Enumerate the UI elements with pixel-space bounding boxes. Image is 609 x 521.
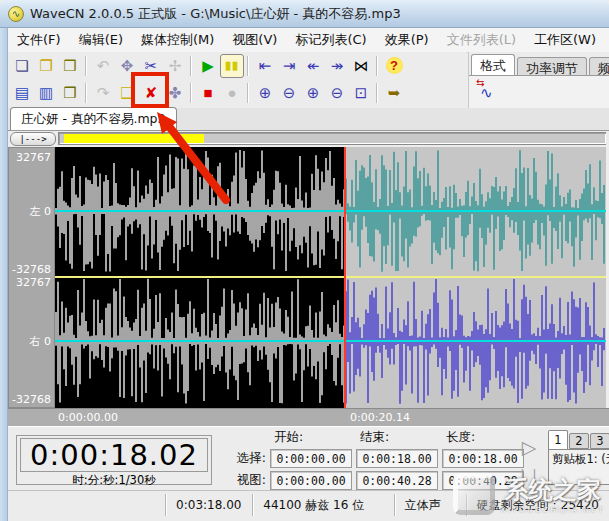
clipboard-tab-3[interactable]: 3 [590, 433, 609, 449]
toolbar: ❏❐❒↶✥✂✢▶▮▮⇤⇥↞↠⋈? ▤▥❒↷❑✘✤■●⊕⊖⊕⊖⊡➥ [8, 52, 466, 108]
toolbar-row-1: ❏❐❒↶✥✂✢▶▮▮⇤⇥↞↠⋈? [8, 52, 466, 79]
menu-item-edit[interactable]: 编辑(E) [70, 28, 132, 52]
amplitude-label-2: -32768 [12, 263, 51, 276]
menu-item-workspace[interactable]: 工作区(W) [525, 28, 605, 52]
toolbar-separator [373, 54, 382, 78]
overview-mode-button[interactable]: |---> [10, 132, 56, 146]
toolbar-play-button[interactable]: ▶ [196, 54, 220, 78]
range-grid: 开始:结束:长度:选择:0:00:00.000:00:18.000:00:18.… [230, 429, 524, 490]
toolbar-cut-button[interactable]: ✂ [139, 54, 163, 78]
toolbar-select-to-start-button[interactable]: ⇤ [253, 54, 277, 78]
delete-selection-icon: ✘ [145, 85, 158, 100]
clipboard-panel: 123 剪贴板1: (无 [548, 429, 609, 489]
toolbar-delete-selection-button[interactable]: ✘ [139, 81, 163, 105]
mix-paste-icon: ✥ [121, 58, 134, 73]
toolbar-pause-button[interactable]: ▮▮ [220, 54, 244, 78]
toolbar-exit-button[interactable]: ➥ [382, 81, 406, 105]
waveform-display[interactable] [55, 147, 606, 408]
time-tick-1: 0:00:20.14 [350, 411, 410, 424]
menu-item-file[interactable]: 文件(F) [8, 28, 70, 52]
zoom-to-selection-icon: ⊡ [355, 85, 368, 100]
wavecn-window: ∿ WaveCN 2.0.0.5 正式版 - G:\Music\庄心妍 - 真的… [0, 0, 609, 521]
view-start-field[interactable]: 0:00:00.00 [270, 471, 352, 490]
format-tab-format[interactable]: 格式 [471, 54, 515, 75]
clipboard-tab-1[interactable]: 1 [548, 430, 568, 449]
selection-start-field[interactable]: 0:00:00.00 [270, 449, 352, 468]
clipboard-tab-2[interactable]: 2 [569, 433, 589, 449]
format-tab-frequency-adjust[interactable]: 频率调节 [589, 57, 609, 75]
toolbar-copy-button[interactable]: ❑ [115, 81, 139, 105]
menu-item-media-control[interactable]: 媒体控制(M) [132, 28, 223, 52]
amplitude-label-1: 左 0 [30, 204, 52, 219]
select-all-icon: ⋈ [354, 58, 369, 73]
selection-end-field[interactable]: 0:00:18.00 [356, 449, 438, 468]
paste-insert-icon: ✢ [169, 58, 182, 73]
copy-icon: ❑ [120, 85, 133, 100]
range-col-header-start: 开始: [270, 429, 352, 446]
format-convert-icon[interactable]: ⇆ ∿ [477, 82, 499, 102]
status-segment-spacer [8, 494, 166, 516]
toolbar-separator [82, 54, 91, 78]
view-length-field[interactable]: 0:00:40.28 [442, 471, 524, 490]
toolbar-paste-to-new-button[interactable]: ✤ [163, 81, 187, 105]
toolbar-new-file-button[interactable]: ❏ [10, 54, 34, 78]
toolbar-zoom-out-vertical-button[interactable]: ⊖ [277, 81, 301, 105]
time-display: 0:00:18.02 时:分:秒:1/30秒 [16, 435, 212, 485]
status-segment-disk-space: 硬盘剩余空间：25420 [467, 494, 609, 516]
document-tab[interactable]: 庄心妍 - 真的不容易.mp3 [10, 107, 177, 130]
toolbar-paste-insert-button: ✢ [163, 54, 187, 78]
pause-icon: ▮▮ [225, 60, 239, 71]
toolbar-save-as-button[interactable]: ▥ [34, 81, 58, 105]
menu-item-effects[interactable]: 效果(P) [376, 28, 438, 52]
menu-item-marker-list[interactable]: 标记列表(C) [286, 28, 375, 52]
menu-item-view[interactable]: 视图(V) [223, 28, 286, 52]
marker-previous-icon: ↞ [307, 58, 320, 73]
toolbar-zoom-in-vertical-button[interactable]: ⊕ [253, 81, 277, 105]
selection-length-field[interactable]: 0:00:18.00 [442, 449, 524, 468]
app-icon: ∿ [8, 6, 24, 22]
zoom-out-vertical-icon: ⊖ [283, 85, 296, 100]
toolbar-zoom-in-horizontal-button[interactable]: ⊕ [301, 81, 325, 105]
toolbar-marker-previous-button[interactable]: ↞ [301, 54, 325, 78]
cut-icon: ✂ [145, 58, 158, 73]
help-icon: ? [386, 57, 403, 74]
redo-icon: ↷ [97, 85, 110, 100]
format-panel: 格式功率调节频率调节 ⇆ ∿ [468, 52, 609, 108]
amplitude-label-3: 32767 [16, 276, 51, 289]
overview-view-region[interactable] [64, 134, 204, 143]
view-end-field[interactable]: 0:00:40.28 [356, 471, 438, 490]
amplitude-ruler: 32767左 0-3276832767右 0-32768 [8, 147, 55, 408]
exit-icon: ➥ [388, 85, 401, 100]
toolbar-separator [373, 81, 382, 105]
toolbar-select-all-button[interactable]: ⋈ [349, 54, 373, 78]
time-tick-0: 0:00:00.00 [58, 411, 118, 424]
menu-item-file-list: 文件列表(L) [438, 28, 525, 52]
toolbar-marker-next-button[interactable]: ↠ [325, 54, 349, 78]
marker-next-icon: ↠ [331, 58, 344, 73]
toolbar-open-file-button[interactable]: ❐ [34, 54, 58, 78]
close-session-icon: ❒ [63, 85, 76, 100]
toolbar-save-button[interactable]: ▤ [10, 81, 34, 105]
open-session-icon: ❒ [63, 58, 76, 73]
pause-indicator-icon[interactable]: ❘❘ [517, 467, 541, 482]
title-bar[interactable]: ∿ WaveCN 2.0.0.5 正式版 - G:\Music\庄心妍 - 真的… [0, 0, 609, 28]
menu-item-common-files[interactable]: 常用文件(A) [605, 28, 609, 52]
toolbar-separator [187, 81, 196, 105]
toolbar-help-button[interactable]: ? [382, 54, 406, 78]
toolbar-zoom-out-horizontal-button[interactable]: ⊖ [325, 81, 349, 105]
status-segment-sample-format: 44100 赫兹 16 位 [253, 494, 394, 516]
toolbar-select-to-end-button[interactable]: ⇥ [277, 54, 301, 78]
toolbar-stop-button[interactable]: ■ [196, 81, 220, 105]
toolbar-separator [244, 81, 253, 105]
bottom-panel: 0:00:18.02 时:分:秒:1/30秒 开始:结束:长度:选择:0:00:… [8, 426, 609, 491]
toolbar-close-session-button[interactable]: ❒ [58, 81, 82, 105]
time-ruler[interactable]: 0:00:00.000:00:20.14 [8, 408, 609, 427]
overview-bar[interactable] [58, 132, 606, 145]
toolbar-open-session-button[interactable]: ❒ [58, 54, 82, 78]
format-panel-body: ⇆ ∿ [469, 75, 609, 108]
toolbar-mix-paste-button[interactable]: ✥ [115, 54, 139, 78]
format-tab-power-adjust[interactable]: 功率调节 [517, 57, 587, 75]
toolbar-zoom-to-selection-button[interactable]: ⊡ [349, 81, 373, 105]
new-file-icon: ❏ [15, 58, 28, 73]
play-indicator-icon[interactable]: ▷ [522, 436, 537, 458]
